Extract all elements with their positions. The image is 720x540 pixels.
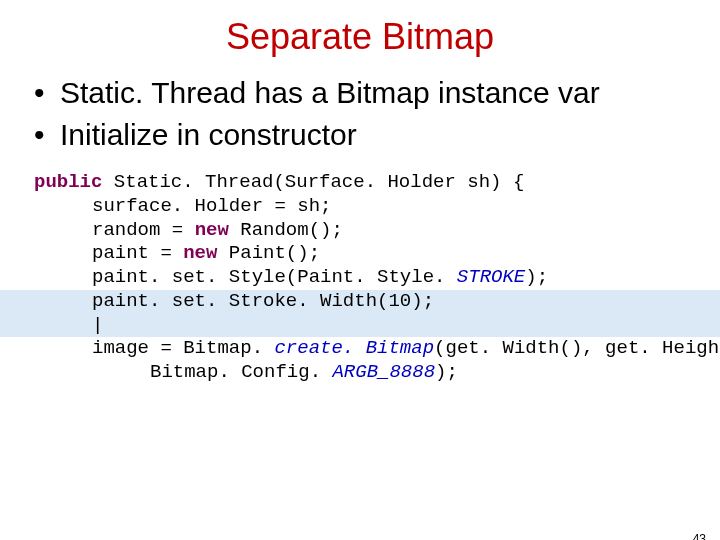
code-cursor-line: |	[0, 314, 720, 338]
code-line: Bitmap. Config. ARGB_8888);	[34, 361, 680, 385]
page-number: 43	[693, 532, 706, 540]
code-text: random =	[92, 219, 195, 241]
code-keyword: new	[183, 242, 217, 264]
code-text: Paint();	[217, 242, 320, 264]
code-text: (get. Width(), get. Height(),	[434, 337, 720, 359]
code-static: ARGB_8888	[332, 361, 435, 383]
slide-title: Separate Bitmap	[0, 16, 720, 58]
code-text: paint =	[92, 242, 183, 264]
code-line: surface. Holder = sh;	[34, 195, 680, 219]
code-block: public Static. Thread(Surface. Holder sh…	[34, 171, 680, 385]
code-static: STROKE	[457, 266, 525, 288]
bullet-list: Static. Thread has a Bitmap instance var…	[34, 74, 720, 153]
bullet-item: Static. Thread has a Bitmap instance var	[34, 74, 720, 112]
code-line: paint. set. Style(Paint. Style. STROKE);	[34, 266, 680, 290]
code-line: random = new Random();	[34, 219, 680, 243]
code-text: );	[525, 266, 548, 288]
code-keyword: new	[195, 219, 229, 241]
code-line: image = Bitmap. create. Bitmap(get. Widt…	[34, 337, 680, 361]
code-keyword: public	[34, 171, 102, 193]
code-line: paint = new Paint();	[34, 242, 680, 266]
bullet-item: Initialize in constructor	[34, 116, 720, 154]
code-text: Bitmap. Config.	[150, 361, 332, 383]
code-text: Static. Thread(Surface. Holder sh) {	[102, 171, 524, 193]
code-static: create. Bitmap	[274, 337, 434, 359]
code-text: paint. set. Style(Paint. Style.	[92, 266, 457, 288]
code-line-highlighted: paint. set. Stroke. Width(10);	[0, 290, 720, 314]
slide: Separate Bitmap Static. Thread has a Bit…	[0, 16, 720, 540]
code-text: Random();	[229, 219, 343, 241]
code-text: );	[435, 361, 458, 383]
code-text: image = Bitmap.	[92, 337, 274, 359]
